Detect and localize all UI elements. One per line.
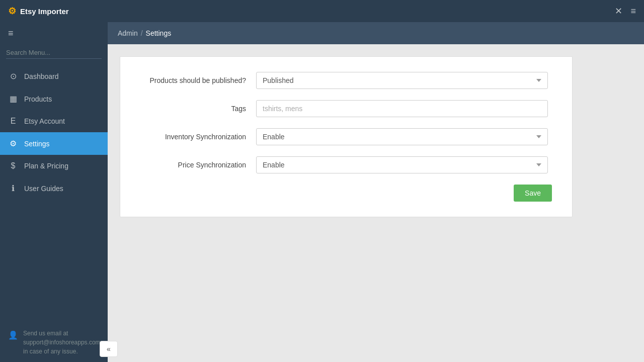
info-icon: ℹ — [8, 184, 18, 193]
publish-label: Products should be published? — [140, 76, 256, 84]
content-area: Products should be published? Published … — [108, 44, 644, 362]
price-control: Enable Disable — [256, 156, 548, 173]
inventory-select[interactable]: Enable Disable — [256, 128, 548, 145]
app-brand: ⚙ Etsy Importer — [8, 6, 69, 17]
sidebar-item-dashboard[interactable]: ⊙ Dashboard — [0, 65, 108, 87]
sidebar-item-label: Settings — [24, 140, 50, 148]
sidebar-collapse-button[interactable]: « — [100, 341, 118, 357]
app-title: Etsy Importer — [20, 7, 69, 16]
etsy-icon: E — [8, 117, 18, 126]
form-actions: Save — [140, 185, 552, 202]
dashboard-icon: ⊙ — [8, 71, 18, 81]
dollar-icon: $ — [8, 161, 18, 170]
close-icon[interactable]: ✕ — [615, 6, 622, 17]
breadcrumb-separator: / — [141, 29, 143, 37]
publish-select[interactable]: Published Draft — [256, 72, 548, 89]
settings-icon: ⚙ — [8, 139, 18, 148]
sidebar-item-plan-pricing[interactable]: $ Plan & Pricing — [0, 155, 108, 177]
footer-text: Send us email at support@infoshoreapps.c… — [23, 329, 101, 356]
topbar-menu-icon[interactable]: ≡ — [630, 6, 636, 17]
sidebar-nav: ⊙ Dashboard ▦ Products E Etsy Account ⚙ … — [0, 65, 108, 323]
price-row: Price Synchronization Enable Disable — [140, 156, 552, 173]
save-button[interactable]: Save — [514, 185, 552, 202]
sidebar-footer: 👤 Send us email at support@infoshoreapps… — [0, 323, 108, 362]
inventory-label: Inventory Synchronization — [140, 133, 256, 141]
sidebar-item-etsy-account[interactable]: E Etsy Account — [0, 110, 108, 132]
tags-row: Tags — [140, 100, 552, 117]
topbar: ⚙ Etsy Importer ✕ ≡ — [0, 0, 644, 22]
sidebar: ≡ ⊙ Dashboard ▦ Products E Etsy Account … — [0, 22, 108, 362]
sidebar-hamburger[interactable]: ≡ — [0, 22, 108, 45]
publish-control: Published Draft — [256, 72, 548, 89]
products-icon: ▦ — [8, 94, 18, 104]
sidebar-item-user-guides[interactable]: ℹ User Guides — [0, 177, 108, 200]
sidebar-search-wrap — [0, 45, 108, 65]
layout: ≡ ⊙ Dashboard ▦ Products E Etsy Account … — [0, 22, 644, 362]
tags-input[interactable] — [256, 100, 548, 117]
main-content: Admin / Settings Products should be publ… — [108, 22, 644, 362]
breadcrumb-current: Settings — [146, 29, 172, 37]
breadcrumb-admin[interactable]: Admin — [118, 29, 138, 37]
tags-control — [256, 100, 548, 117]
sidebar-item-label: Plan & Pricing — [24, 162, 68, 170]
sidebar-item-label: Products — [24, 95, 52, 103]
brand-gear-icon: ⚙ — [8, 6, 16, 17]
sidebar-item-label: Etsy Account — [24, 117, 65, 125]
sidebar-item-label: Dashboard — [24, 72, 59, 80]
settings-card: Products should be published? Published … — [120, 56, 573, 217]
price-label: Price Synchronization — [140, 161, 256, 169]
topbar-actions: ✕ ≡ — [615, 6, 636, 17]
inventory-row: Inventory Synchronization Enable Disable — [140, 128, 552, 145]
search-input[interactable] — [6, 47, 102, 59]
inventory-control: Enable Disable — [256, 128, 548, 145]
publish-row: Products should be published? Published … — [140, 72, 552, 89]
price-select[interactable]: Enable Disable — [256, 156, 548, 173]
sidebar-item-label: User Guides — [24, 185, 63, 193]
tags-label: Tags — [140, 105, 256, 113]
sidebar-item-products[interactable]: ▦ Products — [0, 87, 108, 110]
user-icon: 👤 — [8, 329, 18, 341]
breadcrumb-bar: Admin / Settings — [108, 22, 644, 44]
sidebar-item-settings[interactable]: ⚙ Settings — [0, 132, 108, 155]
